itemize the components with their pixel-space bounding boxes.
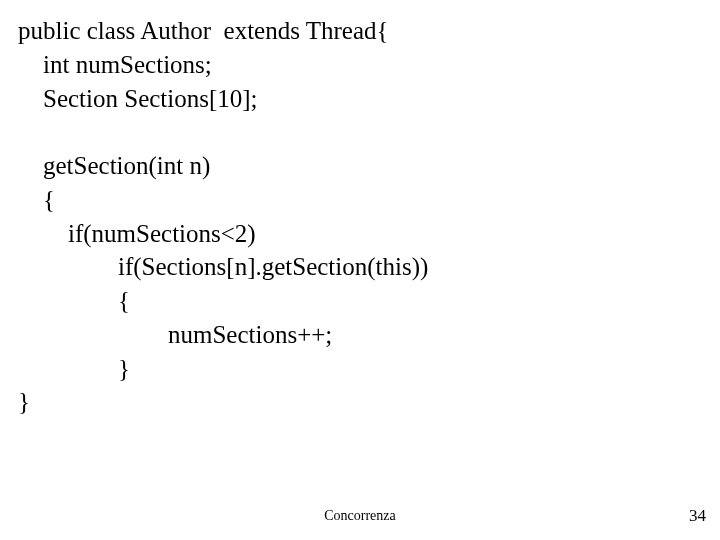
footer-center-text: Concorrenza bbox=[0, 508, 720, 524]
code-line: getSection(int n) bbox=[18, 152, 210, 179]
code-line: if(numSections<2) bbox=[18, 220, 256, 247]
code-line: if(Sections[n].getSection(this)) bbox=[18, 253, 428, 280]
code-line: numSections++; bbox=[18, 321, 332, 348]
code-line: Section Sections[10]; bbox=[18, 85, 258, 112]
code-line: { bbox=[18, 287, 130, 314]
code-line: public class Author extends Thread{ bbox=[18, 17, 388, 44]
code-block: public class Author extends Thread{ int … bbox=[18, 14, 428, 419]
code-line: } bbox=[18, 355, 130, 382]
code-line: } bbox=[18, 388, 30, 415]
code-line: { bbox=[18, 186, 55, 213]
slide-number: 34 bbox=[689, 506, 706, 526]
slide: public class Author extends Thread{ int … bbox=[0, 0, 720, 540]
code-line: int numSections; bbox=[18, 51, 212, 78]
